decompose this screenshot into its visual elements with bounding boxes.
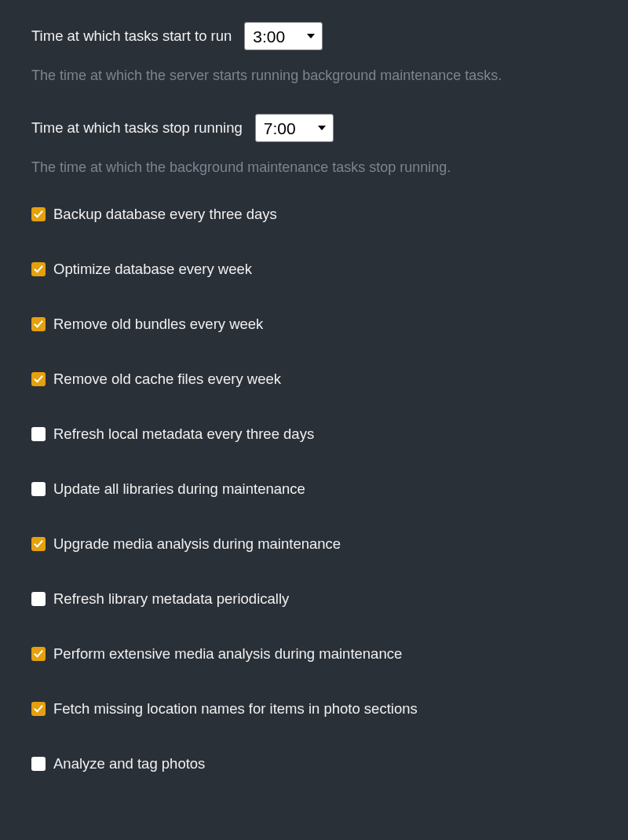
task-label-fetch-location[interactable]: Fetch missing location names for items i… <box>53 700 418 718</box>
start-time-help: The time at which the server starts runn… <box>31 66 597 86</box>
task-row-analyze-tag-photos: Analyze and tag photos <box>31 755 597 772</box>
task-label-refresh-lib-meta[interactable]: Refresh library metadata periodically <box>53 590 289 608</box>
task-label-backup-db[interactable]: Backup database every three days <box>53 206 277 223</box>
stop-time-row: Time at which tasks stop running 7:00 <box>31 114 597 142</box>
checkbox-backup-db[interactable] <box>31 207 46 221</box>
task-label-upgrade-media[interactable]: Upgrade media analysis during maintenanc… <box>53 535 341 553</box>
start-time-select[interactable]: 3:00 <box>244 22 323 50</box>
checkbox-remove-bundles[interactable] <box>31 317 46 331</box>
checkbox-fetch-location[interactable] <box>31 702 46 716</box>
checkbox-optimize-db[interactable] <box>31 262 46 276</box>
task-label-refresh-local-meta[interactable]: Refresh local metadata every three days <box>53 425 314 443</box>
stop-time-label: Time at which tasks stop running <box>31 119 243 137</box>
task-row-remove-bundles: Remove old bundles every week <box>31 316 597 333</box>
task-row-upgrade-media: Upgrade media analysis during maintenanc… <box>31 535 597 553</box>
checkbox-extensive-media[interactable] <box>31 647 46 661</box>
task-label-remove-bundles[interactable]: Remove old bundles every week <box>53 316 263 333</box>
task-label-optimize-db[interactable]: Optimize database every week <box>53 261 252 278</box>
stop-time-help: The time at which the background mainten… <box>31 158 597 177</box>
task-label-remove-cache[interactable]: Remove old cache files every week <box>53 371 281 388</box>
task-label-extensive-media[interactable]: Perform extensive media analysis during … <box>53 645 402 663</box>
checkbox-refresh-local-meta[interactable] <box>31 427 46 441</box>
checkbox-refresh-lib-meta[interactable] <box>31 592 46 606</box>
task-label-analyze-tag-photos[interactable]: Analyze and tag photos <box>53 755 205 772</box>
start-time-label: Time at which tasks start to run <box>31 27 232 45</box>
checkbox-upgrade-media[interactable] <box>31 537 46 551</box>
maintenance-tasks-list: Backup database every three daysOptimize… <box>31 206 597 772</box>
start-time-row: Time at which tasks start to run 3:00 <box>31 22 597 50</box>
checkbox-analyze-tag-photos[interactable] <box>31 757 46 771</box>
task-row-extensive-media: Perform extensive media analysis during … <box>31 645 597 663</box>
task-row-update-libraries: Update all libraries during maintenance <box>31 480 597 498</box>
task-row-refresh-local-meta: Refresh local metadata every three days <box>31 425 597 443</box>
task-row-refresh-lib-meta: Refresh library metadata periodically <box>31 590 597 608</box>
task-label-update-libraries[interactable]: Update all libraries during maintenance <box>53 480 305 498</box>
task-row-backup-db: Backup database every three days <box>31 206 597 223</box>
checkbox-remove-cache[interactable] <box>31 372 46 386</box>
task-row-remove-cache: Remove old cache files every week <box>31 371 597 388</box>
stop-time-select[interactable]: 7:00 <box>255 114 334 142</box>
task-row-optimize-db: Optimize database every week <box>31 261 597 278</box>
checkbox-update-libraries[interactable] <box>31 482 46 496</box>
task-row-fetch-location: Fetch missing location names for items i… <box>31 700 597 718</box>
